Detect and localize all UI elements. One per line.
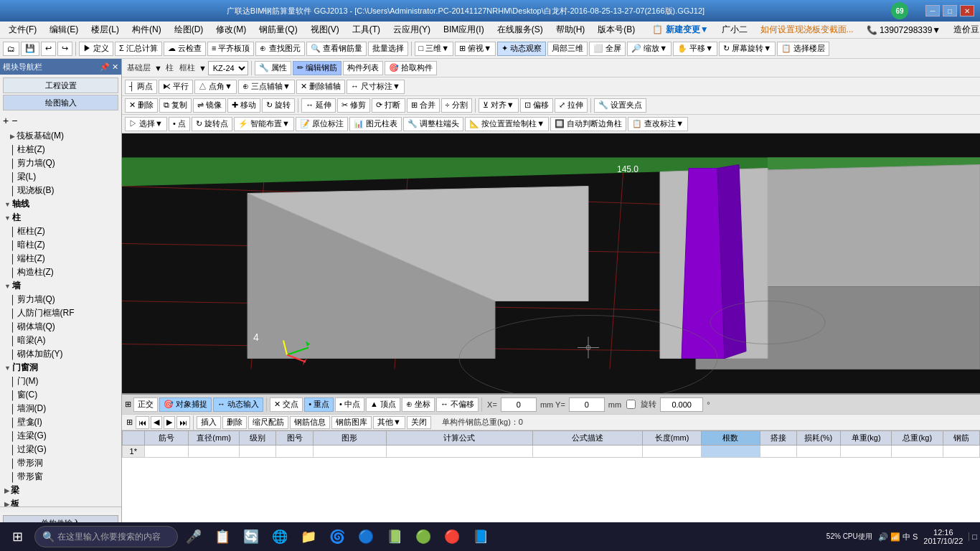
btn-delete[interactable]: ✕ 删除 [125,98,158,113]
comp-dropdown-icon[interactable]: ▼ [199,64,207,72]
btn-copy[interactable]: ⧉ 复制 [159,98,192,113]
layer-dropdown-icon[interactable]: ▼ [154,64,162,72]
tree-item-coupling-beam[interactable]: │ 连梁(G) [1,429,120,443]
btn-elem-col-table[interactable]: 📊 图元柱表 [349,117,402,131]
btn-pan[interactable]: ✋ 平移▼ [673,42,717,56]
menu-tools[interactable]: 工具(T) [347,22,386,37]
btn-two-point[interactable]: ┤ 两点 [125,80,157,94]
menu-draw[interactable]: 绘图(D) [169,22,209,37]
tree-item-beam[interactable]: │ 梁(L) [1,170,120,184]
tree-item-striphole[interactable]: │ 带形洞 [1,456,120,470]
menu-howto[interactable]: 如何设置现浇板变截面... [755,22,859,37]
tree-group-openings[interactable]: ▼ 门窗洞 [1,361,120,375]
btn-zoom[interactable]: 🔎 缩放▼ [627,42,672,56]
btn-inplace-label[interactable]: 📝 原位标注 [296,117,348,131]
menu-guangxiaer[interactable]: 广小二 [716,22,753,37]
start-button[interactable]: ⊞ [3,524,32,550]
row-count-cell[interactable] [701,446,760,458]
btn-midpt[interactable]: • 重点 [304,397,334,412]
btn-point-draw[interactable]: • 点 [169,117,190,131]
tree-item-window[interactable]: │ 窗(C) [1,388,120,402]
tree-item-constcol[interactable]: │ 构造柱(Z) [1,265,120,279]
btn-properties[interactable]: 🔧 属性 [255,61,291,75]
tree-item-darkbeam[interactable]: │ 暗梁(A) [1,334,120,347]
btn-edit-rebar[interactable]: ✏ 编辑钢筋 [293,61,341,75]
btn-vertex[interactable]: ▲ 顶点 [366,397,400,412]
btn-trim[interactable]: ✂ 修剪 [337,98,370,113]
menu-version[interactable]: 版本号(B) [592,22,641,37]
row-grade-cell[interactable] [240,446,276,458]
maximize-btn[interactable]: □ [943,5,957,17]
coord-icon[interactable]: ⊞ [125,400,132,409]
btn-divide[interactable]: ÷ 分割 [441,98,472,113]
btn-rebar-lib[interactable]: 钢筋图库 [331,416,372,429]
btn-redo[interactable]: ↪ [57,42,72,56]
tree-item-raft[interactable]: ▶ 筏板基础(M) [1,129,120,143]
tree-item-slab[interactable]: │ 现浇板(B) [1,184,120,197]
btn-no-offset[interactable]: ↔ 不偏移 [436,397,479,412]
tree-group-slab[interactable]: ▶ 板 [1,497,120,507]
tree-item-masonrywall[interactable]: │ 砌体墙(Q) [1,320,120,334]
btn-smart-layout[interactable]: ⚡ 智能布置▼ [234,117,294,131]
menu-view[interactable]: 视图(V) [305,22,345,37]
task-icon-mic[interactable]: 🎤 [181,524,207,550]
y-input[interactable] [569,397,605,412]
btn-mirror[interactable]: ⇌ 镜像 [193,98,226,113]
btn-3d[interactable]: □ 三维▼ [415,42,454,56]
tree-item-door[interactable]: │ 门(M) [1,375,120,388]
btn-select[interactable]: ▷ 选择▼ [125,117,167,131]
tree-item-framecol[interactable]: │ 框柱(Z) [1,225,120,238]
btn-folder[interactable]: 🗂 [3,42,19,56]
btn-calc[interactable]: Σ 汇总计算 [115,42,162,56]
menu-online[interactable]: 在线服务(S) [491,22,549,37]
task-icon-10[interactable]: 📘 [468,524,494,550]
btn-close-rebar[interactable]: 关闭 [407,416,431,429]
task-icon-2[interactable]: 🔄 [238,524,264,550]
btn-three-pt-aux[interactable]: ⊕ 三点辅轴▼ [238,80,295,94]
btn-rebar-insert[interactable]: 插入 [197,416,221,429]
tree-item-darkcol[interactable]: │ 暗柱(Z) [1,238,120,252]
nav-plus[interactable]: + [3,115,9,126]
row-loss-cell[interactable] [796,446,840,458]
btn-dim-label[interactable]: ↔ 尺寸标注▼ [347,80,405,94]
task-icon-8[interactable]: 🟢 [410,524,436,550]
btn-snap[interactable]: 🎯 对象捕捉 [159,397,212,412]
btn-other[interactable]: 其他▼ [373,416,405,429]
btn-fullscreen[interactable]: ⬜ 全屏 [589,42,626,56]
btn-ortho[interactable]: 正交 [133,397,158,412]
btn-del-aux[interactable]: ✕ 删除辅轴 [296,80,345,94]
btn-rebar-last[interactable]: ⏭ [176,416,190,429]
tree-item-shearwall[interactable]: │ 剪力墙(Q) [1,156,120,170]
btn-dynamic-view[interactable]: ✦ 动态观察 [497,42,546,56]
btn-midpoint[interactable]: • 中点 [335,397,364,412]
tree-item-endcol[interactable]: │ 端柱(Z) [1,252,120,265]
btn-align-top[interactable]: ≡ 平齐板顶 [207,42,254,56]
task-icon-9[interactable]: 🔴 [439,524,465,550]
menu-bim[interactable]: BIM应用(I) [438,22,490,37]
nav-minus[interactable]: − [11,115,17,126]
tree-group-wall[interactable]: ▼ 墙 [1,279,120,293]
task-icon-5[interactable]: 🌀 [324,524,350,550]
tree-item-niche[interactable]: │ 壁龛(I) [1,415,120,429]
rotate-input[interactable] [660,397,703,412]
x-input[interactable] [501,397,537,412]
row-rebar-cell[interactable] [943,446,979,458]
tree-group-axis[interactable]: ▼ 轴线 [1,197,120,211]
menu-component[interactable]: 构件(N) [126,22,167,37]
close-btn[interactable]: ✕ [960,5,974,17]
tree-group-beams[interactable]: ▶ 梁 [1,484,120,497]
btn-screen-rotate[interactable]: ↻ 屏幕旋转▼ [719,42,776,56]
tree-item-pile[interactable]: │ 柱桩(Z) [1,143,120,156]
menu-modify[interactable]: 修改(M) [210,22,252,37]
btn-break[interactable]: ⟳ 打断 [372,98,405,113]
btn-corner[interactable]: ⊞ [125,418,134,427]
btn-change-label[interactable]: 📋 查改标注▼ [628,117,688,131]
btn-pick-comp[interactable]: 🎯 拾取构件 [385,61,437,75]
row-barno-cell[interactable] [144,446,188,458]
tree-group-column[interactable]: ▼ 柱 [1,211,120,225]
btn-scale-rebar[interactable]: 缩尺配筋 [248,416,288,429]
btn-rebar-info[interactable]: 钢筋信息 [290,416,330,429]
menu-phone[interactable]: 📞 13907298339▼ [861,24,947,37]
task-icon-1[interactable]: 📋 [209,524,235,550]
btn-rotate-point[interactable]: ↻ 旋转点 [192,117,232,131]
